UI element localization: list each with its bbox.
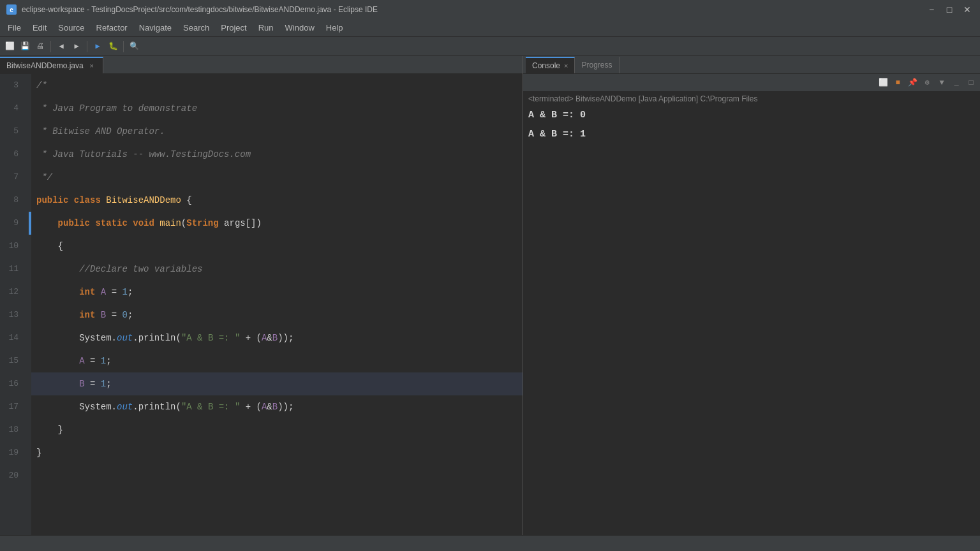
title-bar-left: e eclipse-workspace - TestingDocsProject…	[6, 4, 378, 15]
indent-14: System.	[36, 327, 117, 349]
kw-public-9: public	[58, 212, 96, 235]
paren-open-9: (	[181, 212, 186, 235]
var-b-16: B	[79, 372, 84, 395]
panel-settings-btn[interactable]: ⚙	[921, 77, 933, 89]
concat-14: + (	[240, 327, 262, 349]
num-1-16: 1	[101, 372, 106, 395]
panel-clear-btn[interactable]: ⬜	[877, 77, 889, 89]
maximize-button[interactable]: □	[943, 3, 956, 16]
close-button[interactable]: ✕	[961, 3, 974, 16]
right-panel: Console × Progress ⬜ ■ 📌 ⚙ ▼ _ □ <termin…	[523, 56, 980, 535]
editor-container: BitwiseANDDemo.java × 3 4 5 6 7 8 9 10 1…	[0, 56, 523, 535]
kw-public-8: public	[36, 189, 74, 212]
menu-refactor[interactable]: Refactor	[91, 21, 133, 34]
toolbar-sep1	[50, 41, 51, 52]
panel-maximize-btn[interactable]: □	[965, 77, 977, 89]
panel-pin-btn[interactable]: 📌	[906, 77, 919, 89]
panel-view-menu-btn[interactable]: ▼	[935, 77, 948, 89]
menu-source[interactable]: Source	[53, 21, 89, 34]
amp-14: &	[267, 327, 272, 349]
indent-16	[36, 372, 79, 395]
code-comment-5: * Bitwise AND Operator.	[36, 120, 165, 143]
line-num-8: 8	[0, 189, 24, 212]
panel-minimize-btn[interactable]: _	[950, 77, 963, 89]
space-13	[95, 304, 100, 327]
console-tab-close[interactable]: ×	[564, 62, 568, 70]
progress-tab[interactable]: Progress	[575, 57, 619, 73]
line-num-13: 13	[0, 304, 24, 327]
menu-help[interactable]: Help	[321, 21, 348, 34]
code-line-10[interactable]: {	[31, 235, 523, 258]
code-line-9[interactable]: public static void main(String args[])	[31, 212, 523, 235]
menu-edit[interactable]: Edit	[27, 21, 52, 34]
line-num-12: 12	[0, 281, 24, 304]
code-line-12[interactable]: int A = 1;	[31, 281, 523, 304]
toolbar-debug[interactable]: 🐛	[106, 40, 120, 54]
code-line-20[interactable]	[31, 464, 523, 487]
toolbar-fwd[interactable]: ▶	[70, 40, 84, 54]
code-editor[interactable]: 3 4 5 6 7 8 9 10 11 12 13 14 15 16 17 18…	[0, 74, 523, 535]
code-line-13[interactable]: int B = 0;	[31, 304, 523, 327]
code-line-18[interactable]: }	[31, 418, 523, 441]
toolbar-run[interactable]: ▶	[91, 40, 105, 54]
semi-13: ;	[128, 304, 133, 327]
menu-navigate[interactable]: Navigate	[134, 21, 177, 34]
menu-run[interactable]: Run	[253, 21, 279, 34]
close-17: ));	[278, 395, 293, 418]
menu-window[interactable]: Window	[280, 21, 320, 34]
code-comment-7: */	[36, 166, 52, 189]
num-1-12: 1	[122, 281, 127, 304]
code-line-5[interactable]: * Bitwise AND Operator.	[31, 120, 523, 143]
editor-tab-label: BitwiseANDDemo.java	[6, 61, 84, 70]
menu-project[interactable]: Project	[216, 21, 251, 34]
code-line-11[interactable]: //Declare two variables	[31, 258, 523, 281]
eq-13: =	[106, 304, 122, 327]
line-num-16: 16	[0, 372, 24, 395]
toolbar-sep3	[123, 41, 124, 52]
close-14: ));	[278, 327, 293, 349]
amp-17: &	[267, 395, 272, 418]
code-line-17[interactable]: System.out.println("A & B =: " + (A&B));	[31, 395, 523, 418]
brace-open-8: {	[186, 189, 191, 212]
console-output-line2: A & B =: 1	[528, 125, 975, 144]
line-num-17: 17	[0, 395, 24, 418]
toolbar-save[interactable]: 💾	[18, 40, 32, 54]
editor-tab-close[interactable]: ×	[87, 61, 96, 70]
code-line-16[interactable]: B = 1;	[31, 372, 523, 395]
code-line-14[interactable]: System.out.println("A & B =: " + (A&B));	[31, 327, 523, 349]
toolbar-print[interactable]: 🖨	[33, 40, 47, 54]
toolbar-back[interactable]: ◀	[54, 40, 68, 54]
num-1-15: 1	[101, 349, 106, 372]
method-main-9: main	[160, 212, 181, 235]
code-line-4[interactable]: * Java Program to demonstrate	[31, 97, 523, 120]
space-12	[95, 281, 100, 304]
indent-12	[36, 281, 79, 304]
line-num-3: 3	[0, 74, 24, 97]
code-line-8[interactable]: public class BitwiseANDDemo {	[31, 189, 523, 212]
line-num-4: 4	[0, 97, 24, 120]
menu-search[interactable]: Search	[178, 21, 214, 34]
semi-12: ;	[128, 281, 133, 304]
console-tab[interactable]: Console ×	[526, 57, 575, 73]
code-line-19[interactable]: }	[31, 441, 523, 464]
indent-10: {	[36, 235, 63, 258]
minimize-button[interactable]: −	[925, 3, 938, 16]
line-num-14: 14	[0, 327, 24, 349]
code-line-7[interactable]: */	[31, 166, 523, 189]
progress-tab-label: Progress	[581, 61, 612, 70]
toolbar-search[interactable]: 🔍	[127, 40, 141, 54]
semi-16: ;	[106, 372, 111, 395]
code-content[interactable]: /* * Java Program to demonstrate * Bitwi…	[31, 74, 523, 535]
toolbar-new[interactable]: ⬜	[3, 40, 17, 54]
code-comment-4: * Java Program to demonstrate	[36, 97, 197, 120]
code-line-6[interactable]: * Java Tutorials -- www.TestingDocs.com	[31, 143, 523, 166]
kw-int-12: int	[79, 281, 95, 304]
code-line-15[interactable]: A = 1;	[31, 349, 523, 372]
console-content: <terminated> BitwiseANDDemo [Java Applic…	[523, 92, 980, 535]
menu-file[interactable]: File	[3, 21, 26, 34]
code-line-3[interactable]: /*	[31, 74, 523, 97]
class-name-8: BitwiseANDDemo	[106, 189, 186, 212]
title-bar: e eclipse-workspace - TestingDocsProject…	[0, 0, 980, 19]
panel-stop-btn[interactable]: ■	[891, 77, 904, 89]
editor-tab-bitwiseanddemo[interactable]: BitwiseANDDemo.java ×	[0, 57, 103, 73]
